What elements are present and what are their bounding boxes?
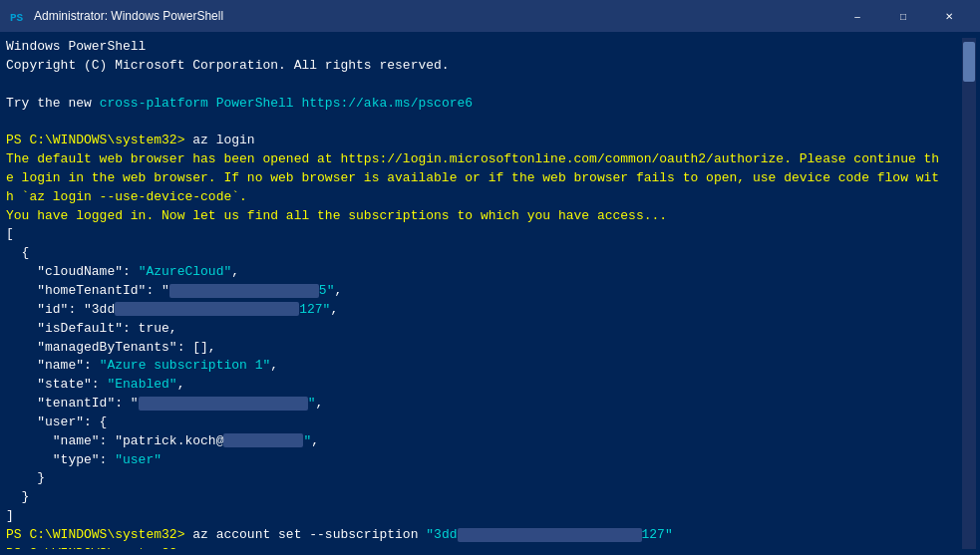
line-4: Try the new cross-platform PowerShell ht… [6,95,962,114]
line-19: "state": "Enabled", [6,376,962,395]
close-icon: ✕ [945,11,953,22]
powershell-icon: PS [8,7,26,25]
terminal-content: Windows PowerShell Copyright (C) Microso… [6,38,962,549]
line-24: } [6,469,962,488]
scrollbar[interactable] [962,38,976,549]
line-22: "name": "patrick.koch@ ", [6,432,962,451]
line-1: Windows PowerShell [6,38,962,57]
maximize-button[interactable]: □ [880,0,926,32]
scrollbar-thumb[interactable] [963,42,975,82]
line-14: "homeTenantId": " 5", [6,282,962,301]
line-7: The default web browser has been opened … [6,150,962,169]
terminal-window[interactable]: Windows PowerShell Copyright (C) Microso… [0,32,980,555]
line-10: You have logged in. Now let us find all … [6,207,962,226]
line-9: h `az login --use-device-code`. [6,188,962,207]
line-11: [ [6,225,962,244]
line-8: e login in the web browser. If no web br… [6,169,962,188]
line-16: "isDefault": true, [6,320,962,339]
line-27: PS C:\WINDOWS\system32> az account set -… [6,526,962,545]
line-13: "cloudName": "AzureCloud", [6,263,962,282]
minimize-button[interactable]: – [834,0,880,32]
line-26: ] [6,507,962,526]
line-25: } [6,488,962,507]
svg-text:PS: PS [10,12,24,24]
close-button[interactable]: ✕ [926,0,972,32]
line-12: { [6,244,962,263]
line-17: "managedByTenants": [], [6,339,962,358]
line-15: "id": "3dd 127", [6,301,962,320]
title-bar: PS Administrator: Windows PowerShell – □… [0,0,980,32]
line-2: Copyright (C) Microsoft Corporation. All… [6,57,962,76]
line-23: "type": "user" [6,451,962,470]
line-5 [6,113,962,132]
line-21: "user": { [6,414,962,432]
line-28: PS C:\WINDOWS\system32> [6,545,962,549]
window-title: Administrator: Windows PowerShell [34,9,834,23]
line-3 [6,76,962,95]
line-18: "name": "Azure subscription 1", [6,357,962,376]
line-6: PS C:\WINDOWS\system32> az login [6,132,962,150]
maximize-icon: □ [900,11,906,22]
minimize-icon: – [854,11,860,22]
line-20: "tenantId": " ", [6,395,962,414]
window-controls: – □ ✕ [834,0,972,32]
